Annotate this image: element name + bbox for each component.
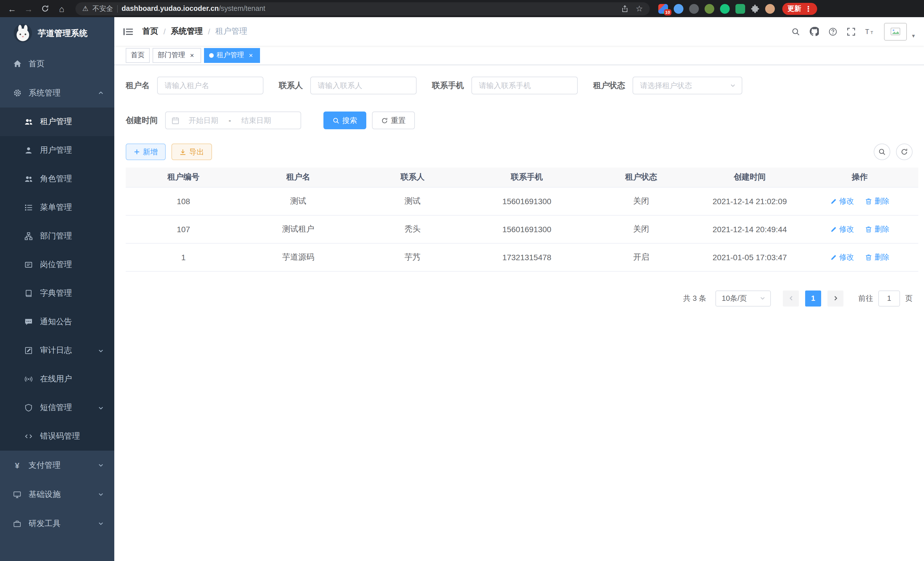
sidebar-item-role-mgmt[interactable]: 角色管理 bbox=[0, 165, 114, 193]
refresh-table-button[interactable] bbox=[896, 144, 913, 160]
contact-label: 联系人 bbox=[279, 80, 303, 91]
delete-button[interactable]: 删除 bbox=[866, 224, 890, 234]
browser-menu-icon[interactable]: ⋮ bbox=[805, 5, 812, 12]
fullscreen-icon[interactable] bbox=[847, 27, 855, 36]
browser-extensions: 10 bbox=[658, 4, 775, 14]
cell-created-at: 2021-01-05 17:03:47 bbox=[698, 243, 801, 271]
font-size-icon[interactable]: TT bbox=[865, 27, 874, 36]
page-number-button[interactable]: 1 bbox=[805, 290, 821, 306]
avatar-dropdown-caret-icon[interactable]: ▾ bbox=[912, 32, 915, 40]
sidebar-item-error-code-mgmt[interactable]: 错误码管理 bbox=[0, 422, 114, 451]
add-button[interactable]: 新增 bbox=[126, 144, 166, 160]
browser-forward-icon[interactable]: → bbox=[21, 1, 36, 16]
cell-phone: 15601691300 bbox=[470, 215, 584, 243]
contact-input[interactable] bbox=[310, 77, 417, 94]
browser-back-icon[interactable]: ← bbox=[4, 1, 20, 16]
tab-home[interactable]: 首页 bbox=[126, 48, 150, 63]
edit-button[interactable]: 修改 bbox=[830, 224, 854, 234]
search-icon[interactable] bbox=[791, 27, 800, 36]
extensions-puzzle-icon[interactable] bbox=[751, 4, 759, 13]
phone-input[interactable] bbox=[471, 77, 578, 94]
breadcrumb-system[interactable]: 系统管理 bbox=[171, 26, 203, 37]
toolbox-icon bbox=[13, 520, 22, 528]
search-button[interactable]: 搜索 bbox=[323, 111, 366, 129]
sidebar-item-payment-mgmt[interactable]: ¥ 支付管理 bbox=[0, 451, 114, 480]
prev-page-button[interactable] bbox=[783, 290, 799, 306]
sidebar-item-dict-mgmt[interactable]: 字典管理 bbox=[0, 279, 114, 308]
extension-icon[interactable] bbox=[689, 4, 699, 14]
sidebar-item-user-mgmt[interactable]: 用户管理 bbox=[0, 136, 114, 165]
table-row[interactable]: 108 测试 测试 15601691300 关闭 2021-12-14 21:0… bbox=[126, 187, 918, 215]
create-time-range-picker[interactable]: - bbox=[165, 111, 301, 129]
extension-icon[interactable] bbox=[735, 4, 745, 14]
end-date-input[interactable] bbox=[236, 116, 277, 125]
sidebar-item-label: 研发工具 bbox=[28, 518, 61, 529]
list-icon bbox=[24, 204, 33, 212]
sidebar-item-label: 基础设施 bbox=[28, 489, 61, 499]
export-button[interactable]: 导出 bbox=[171, 144, 212, 160]
goto-page-input[interactable] bbox=[878, 290, 900, 306]
delete-label: 删除 bbox=[874, 224, 890, 234]
sidebar-item-notice[interactable]: 通知公告 bbox=[0, 308, 114, 336]
app-logo[interactable]: 芋道管理系统 bbox=[0, 17, 114, 49]
reset-button[interactable]: 重置 bbox=[372, 111, 415, 129]
github-icon[interactable] bbox=[810, 27, 819, 36]
svg-text:T: T bbox=[871, 30, 873, 35]
export-button-label: 导出 bbox=[189, 147, 204, 157]
bookmark-star-icon[interactable]: ☆ bbox=[636, 5, 643, 13]
delete-button[interactable]: 删除 bbox=[866, 196, 890, 206]
sidebar-item-home[interactable]: 首页 bbox=[0, 49, 114, 78]
page-size-select[interactable]: 10条/页 bbox=[716, 290, 771, 306]
help-icon[interactable] bbox=[829, 27, 837, 36]
extension-icon[interactable] bbox=[720, 4, 730, 14]
screen: ← → ⌂ ⚠ 不安全 dashboard.yudao.iocoder.cn/s… bbox=[0, 0, 924, 561]
close-icon[interactable]: × bbox=[188, 51, 196, 59]
user-avatar[interactable] bbox=[884, 23, 907, 40]
address-bar[interactable]: ⚠ 不安全 dashboard.yudao.iocoder.cn/system/… bbox=[75, 2, 650, 15]
sidebar-item-audit-log[interactable]: 审计日志 bbox=[0, 336, 114, 365]
table-row[interactable]: 1 芋道源码 芋艿 17321315478 开启 2021-01-05 17:0… bbox=[126, 243, 918, 271]
sidebar-item-system-mgmt[interactable]: 系统管理 bbox=[0, 78, 114, 108]
extension-icon[interactable] bbox=[705, 4, 714, 14]
tenant-name-input[interactable] bbox=[157, 77, 263, 94]
browser-refresh-icon[interactable] bbox=[38, 1, 52, 16]
sidebar-item-infrastructure[interactable]: 基础设施 bbox=[0, 480, 114, 509]
browser-update-button[interactable]: 更新 ⋮ bbox=[782, 3, 817, 15]
edit-doc-icon bbox=[24, 347, 33, 355]
share-icon[interactable] bbox=[621, 5, 629, 12]
page-size-value: 10条/页 bbox=[722, 293, 747, 303]
sidebar-item-post-mgmt[interactable]: 岗位管理 bbox=[0, 250, 114, 279]
sidebar-toggle-icon[interactable] bbox=[123, 27, 133, 36]
sidebar-item-dept-mgmt[interactable]: 部门管理 bbox=[0, 222, 114, 250]
start-date-input[interactable] bbox=[183, 116, 224, 125]
sidebar-item-tenant-mgmt[interactable]: 租户管理 bbox=[0, 108, 114, 136]
sidebar-item-online-users[interactable]: 在线用户 bbox=[0, 365, 114, 393]
tenant-name-label: 租户名 bbox=[126, 80, 150, 91]
edit-button[interactable]: 修改 bbox=[830, 196, 854, 206]
sidebar-item-dev-tools[interactable]: 研发工具 bbox=[0, 509, 114, 538]
extension-icon[interactable] bbox=[674, 4, 683, 14]
toggle-search-button[interactable] bbox=[874, 144, 890, 160]
next-page-button[interactable] bbox=[827, 290, 843, 306]
sidebar-item-label: 部门管理 bbox=[40, 231, 72, 241]
close-icon[interactable]: × bbox=[247, 51, 255, 59]
tab-dept-mgmt[interactable]: 部门管理 × bbox=[153, 48, 201, 63]
extension-icon[interactable]: 10 bbox=[658, 4, 668, 14]
table-row[interactable]: 107 测试租户 秃头 15601691300 关闭 2021-12-14 20… bbox=[126, 215, 918, 243]
browser-profile-avatar[interactable] bbox=[765, 4, 775, 14]
tenant-status-select[interactable]: 请选择租户状态 bbox=[633, 77, 742, 94]
tab-label: 首页 bbox=[131, 50, 145, 60]
search-button-label: 搜索 bbox=[342, 115, 357, 126]
column-header-phone: 联系手机 bbox=[470, 168, 584, 187]
breadcrumb-home[interactable]: 首页 bbox=[142, 26, 158, 37]
delete-button[interactable]: 删除 bbox=[866, 252, 890, 262]
active-tab-dot bbox=[209, 53, 214, 57]
browser-home-icon[interactable]: ⌂ bbox=[54, 1, 69, 16]
sidebar-item-menu-mgmt[interactable]: 菜单管理 bbox=[0, 193, 114, 222]
broadcast-icon bbox=[24, 375, 33, 383]
system-submenu: 租户管理 用户管理 角色管理 菜单管理 部门管理 bbox=[0, 108, 114, 451]
sidebar-item-sms-mgmt[interactable]: 短信管理 bbox=[0, 393, 114, 422]
tab-tenant-mgmt[interactable]: 租户管理 × bbox=[204, 48, 260, 63]
edit-button[interactable]: 修改 bbox=[830, 252, 854, 262]
sidebar-item-label: 支付管理 bbox=[28, 460, 61, 470]
